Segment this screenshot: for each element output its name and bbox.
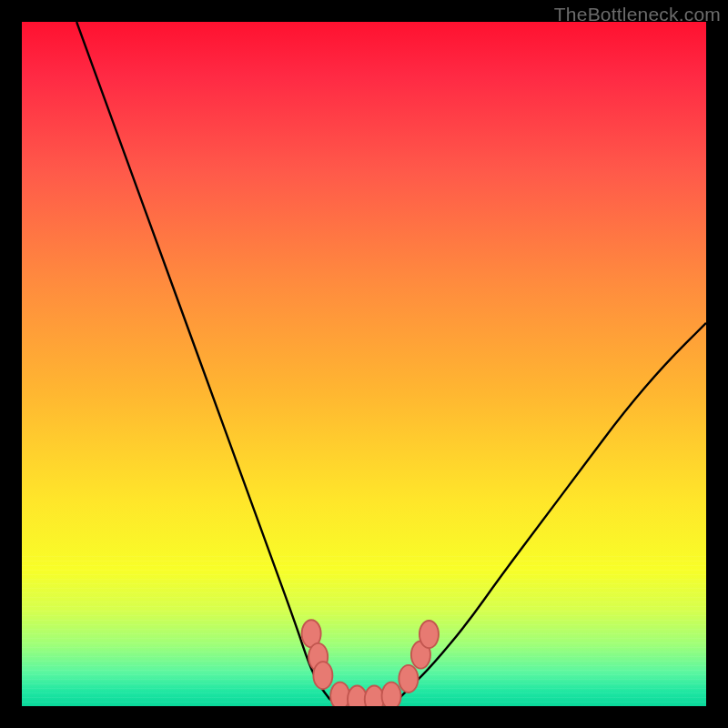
bead-marker: [399, 665, 418, 693]
bead-marker: [348, 685, 367, 706]
curve-left-branch: [76, 22, 329, 699]
plot-area: [22, 22, 706, 706]
curve-right-branch: [399, 323, 706, 700]
bead-marker: [330, 682, 349, 706]
bead-marker: [420, 621, 439, 648]
bead-marker: [313, 662, 332, 689]
bead-markers: [302, 620, 439, 706]
chart-stage: TheBottleneck.com: [0, 0, 728, 728]
curve-layer: [22, 22, 706, 706]
bead-marker: [382, 682, 401, 706]
